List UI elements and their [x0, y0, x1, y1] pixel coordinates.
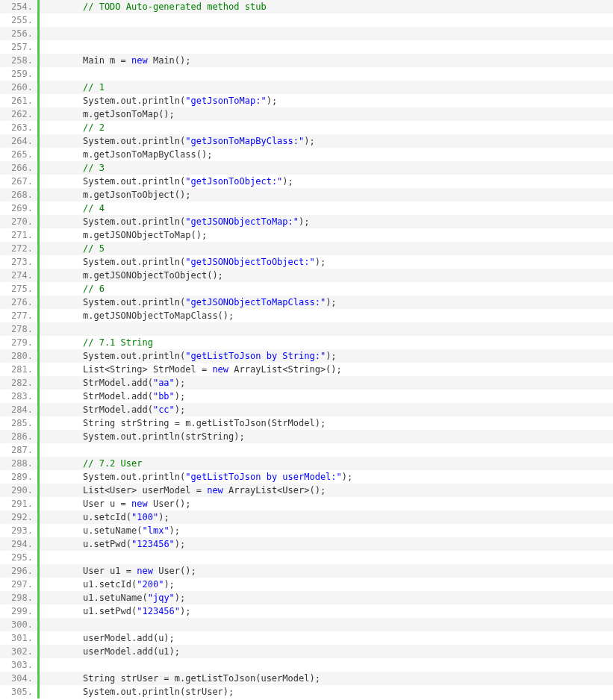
- code-line: 281.List<String> StrModel = new ArrayLis…: [0, 363, 613, 376]
- line-number: 303.: [0, 658, 37, 672]
- code-line: 275.// 6: [0, 282, 613, 296]
- code-line: 271.m.getJSONObjectToMap();: [0, 228, 613, 242]
- code-text: // 3: [40, 161, 105, 175]
- code-text: [40, 67, 88, 81]
- line-number: 278.: [0, 322, 37, 336]
- code-line: 277.m.getJSONObjectToMapClass();: [0, 309, 613, 322]
- code-line: 279.// 7.1 String: [0, 336, 613, 349]
- code-line: 270.System.out.println("getJSONObjectToM…: [0, 215, 613, 228]
- code-line: 304.String strUser = m.getListToJson(use…: [0, 672, 613, 685]
- line-number: 283.: [0, 390, 37, 403]
- line-number: 258.: [0, 54, 37, 67]
- code-text: m.getJSONObjectToMapClass();: [40, 309, 234, 322]
- code-text: [40, 443, 88, 457]
- line-number: 263.: [0, 121, 37, 134]
- code-text: Main m = new Main();: [40, 54, 191, 67]
- code-text: m.getJsonToObject();: [40, 188, 191, 201]
- code-text: StrModel.add("cc");: [40, 403, 185, 416]
- code-text: System.out.println("getJSONObjectToMap:"…: [40, 215, 309, 228]
- code-text: // TODO Auto-generated method stub: [40, 0, 267, 13]
- line-number: 257.: [0, 40, 37, 54]
- code-text: m.getJsonToMapByClass();: [40, 148, 212, 161]
- line-number: 272.: [0, 242, 37, 255]
- line-number: 301.: [0, 631, 37, 645]
- code-line: 297.u1.setcId("200");: [0, 578, 613, 591]
- line-number: 299.: [0, 604, 37, 618]
- code-line: 256.: [0, 27, 613, 40]
- code-text: // 7.2 User: [40, 457, 142, 470]
- code-line: 286.System.out.println(strString);: [0, 430, 613, 443]
- code-line: 301.userModel.add(u);: [0, 631, 613, 645]
- line-number: 276.: [0, 296, 37, 309]
- code-line: 257.: [0, 40, 613, 54]
- line-number: 256.: [0, 27, 37, 40]
- line-number: 259.: [0, 67, 37, 81]
- code-text: // 7.1 String: [40, 336, 153, 349]
- code-line: 287.: [0, 443, 613, 457]
- code-text: List<String> StrModel = new ArrayList<St…: [40, 363, 342, 376]
- line-number: 268.: [0, 188, 37, 201]
- line-number: 275.: [0, 282, 37, 296]
- code-line: 274.m.getJSONObjectToObject();: [0, 269, 613, 282]
- code-line: 258.Main m = new Main();: [0, 54, 613, 67]
- code-text: // 6: [40, 282, 105, 296]
- code-text: System.out.println("getJsonToMap:");: [40, 94, 277, 107]
- code-text: [40, 322, 88, 336]
- code-line: 267.System.out.println("getJsonToObject:…: [0, 175, 613, 188]
- line-number: 304.: [0, 672, 37, 685]
- code-line: 278.: [0, 322, 613, 336]
- code-line: 272.// 5: [0, 242, 613, 255]
- code-text: User u1 = new User();: [40, 564, 196, 578]
- code-text: u.setcId("100");: [40, 510, 169, 524]
- line-number: 264.: [0, 134, 37, 148]
- code-text: // 5: [40, 242, 105, 255]
- code-text: m.getJsonToMap();: [40, 107, 175, 121]
- code-line: 263.// 2: [0, 121, 613, 134]
- code-line: 292.u.setcId("100");: [0, 510, 613, 524]
- code-text: u1.setPwd("123456");: [40, 604, 191, 618]
- code-text: u1.setcId("200");: [40, 578, 175, 591]
- line-number: 291.: [0, 497, 37, 510]
- code-line: 254.// TODO Auto-generated method stub: [0, 0, 613, 13]
- line-number: 255.: [0, 13, 37, 27]
- code-line: 284.StrModel.add("cc");: [0, 403, 613, 416]
- code-text: String strString = m.getListToJson(StrMo…: [40, 416, 326, 430]
- line-number: 286.: [0, 430, 37, 443]
- line-number: 269.: [0, 201, 37, 215]
- code-text: System.out.println("getJSONObjectToMapCl…: [40, 296, 337, 309]
- line-number: 277.: [0, 309, 37, 322]
- code-text: [40, 27, 88, 40]
- code-line: 285.String strString = m.getListToJson(S…: [0, 416, 613, 430]
- code-line: 305.System.out.println(strUser);: [0, 685, 613, 699]
- code-text: StrModel.add("aa");: [40, 376, 185, 390]
- code-text: List<User> userModel = new ArrayList<Use…: [40, 484, 326, 497]
- line-number: 254.: [0, 0, 37, 13]
- line-number: 287.: [0, 443, 37, 457]
- code-line: 290.List<User> userModel = new ArrayList…: [0, 484, 613, 497]
- code-line: 283.StrModel.add("bb");: [0, 390, 613, 403]
- code-text: // 4: [40, 201, 105, 215]
- line-number: 261.: [0, 94, 37, 107]
- line-number: 297.: [0, 578, 37, 591]
- line-number: 289.: [0, 470, 37, 484]
- code-text: [40, 618, 88, 631]
- code-text: System.out.println(strUser);: [40, 685, 234, 699]
- code-container: 254.// TODO Auto-generated method stub25…: [0, 0, 613, 699]
- code-line: 261.System.out.println("getJsonToMap:");: [0, 94, 613, 107]
- line-number: 293.: [0, 524, 37, 537]
- line-number: 288.: [0, 457, 37, 470]
- line-number: 290.: [0, 484, 37, 497]
- code-text: String strUser = m.getListToJson(userMod…: [40, 672, 320, 685]
- code-line: 260.// 1: [0, 81, 613, 94]
- line-number: 292.: [0, 510, 37, 524]
- line-number: 284.: [0, 403, 37, 416]
- line-number: 274.: [0, 269, 37, 282]
- line-number: 295.: [0, 551, 37, 564]
- line-number: 305.: [0, 685, 37, 699]
- code-line: 262.m.getJsonToMap();: [0, 107, 613, 121]
- code-line: 300.: [0, 618, 613, 631]
- code-text: userModel.add(u);: [40, 631, 175, 645]
- line-number: 285.: [0, 416, 37, 430]
- code-text: // 2: [40, 121, 105, 134]
- code-line: 296.User u1 = new User();: [0, 564, 613, 578]
